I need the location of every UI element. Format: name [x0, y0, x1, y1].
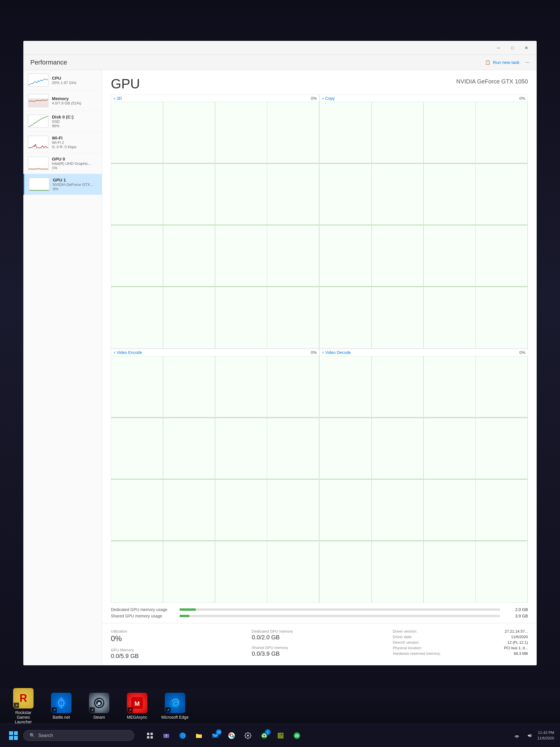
- dedicated-memory-value: 2.0 GB: [505, 607, 528, 612]
- main-content: GPU NVIDIA GeForce GTX 1050 ∨ 3D 0%: [102, 70, 537, 665]
- gpu1-info: GPU 1 NVIDIA GeForce GTX... 0%: [53, 177, 97, 191]
- close-button[interactable]: ✕: [520, 43, 533, 53]
- date: 11/6/2020: [537, 736, 554, 741]
- shared-memory-track: [180, 615, 500, 617]
- search-bar[interactable]: 🔍 Search: [23, 730, 134, 741]
- memory-name: Memory: [52, 96, 97, 101]
- dedicated-memory-label: Dedicated GPU memory usage: [111, 607, 175, 612]
- sidebar-item-gpu1[interactable]: GPU 1 NVIDIA GeForce GTX... 0%: [23, 174, 102, 195]
- windows-taskbar: 🔍 Search T: [0, 724, 560, 747]
- chart-3d-label[interactable]: ∨ 3D: [111, 95, 319, 102]
- wifi-sub2: S: 0 R: 0 Kbps: [52, 145, 97, 149]
- utilization-group: Utilization 0%: [111, 629, 246, 643]
- taskbar-icon-taskview[interactable]: [142, 728, 158, 743]
- sidebar-item-wifi[interactable]: Wi-Fi Wi-Fi 2 S: 0 R: 0 Kbps: [23, 132, 102, 153]
- wifi-sub1: Wi-Fi 2: [52, 140, 97, 145]
- maximize-button[interactable]: □: [506, 43, 519, 53]
- shared-memory-row: Shared GPU memory usage 3.9 GB: [111, 614, 528, 618]
- taskbar-icon-spotify[interactable]: [289, 728, 304, 743]
- gpu-header: GPU NVIDIA GeForce GTX 1050: [102, 70, 537, 95]
- chart-decode-label[interactable]: ∨ Video Decode: [320, 349, 528, 356]
- edge-icon: ↗: [165, 693, 185, 713]
- physical-location-row: Physical location: PCI bus 1, d...: [393, 646, 528, 650]
- taskbar-icon-settings[interactable]: [240, 728, 256, 743]
- svg-rect-37: [147, 736, 149, 739]
- cpu-info: CPU 25% 1.97 GHz: [52, 76, 97, 85]
- clock[interactable]: 11:42 PM 11/6/2020: [537, 730, 554, 741]
- disk-sub1: SSD: [52, 119, 97, 124]
- chart-encode-canvas: [111, 356, 319, 602]
- gpu0-name: GPU 0: [52, 156, 97, 161]
- taskbar-icon-edge[interactable]: [175, 728, 190, 743]
- hw-reserved-label: Hardware reserved memory:: [393, 651, 441, 656]
- gpu1-mini-graph: [29, 178, 49, 191]
- gpu-memory-value: 0.0/5.9 GB: [111, 653, 246, 660]
- svg-text:T: T: [165, 735, 167, 738]
- taskbar-icon-chrome[interactable]: [224, 728, 239, 743]
- taskbar-icon-xbox[interactable]: 2: [257, 728, 272, 743]
- svg-rect-36: [151, 733, 153, 735]
- memory-mini-graph: [28, 94, 48, 107]
- run-new-task-button[interactable]: 📋 Run new task: [485, 60, 519, 65]
- memory-info: Memory 4.0/7.9 GB (51%): [52, 96, 97, 105]
- dedicated-mem-label: Dedicated GPU memory: [252, 629, 387, 634]
- directx-value: 12 (FL 12.1): [507, 640, 528, 645]
- more-button[interactable]: ···: [525, 59, 530, 66]
- desktop-icon-edge[interactable]: ↗ Microsoft Edge: [160, 693, 190, 720]
- battlenet-icon: ↗: [51, 693, 72, 713]
- memory-section: Dedicated GPU memory usage 2.0 GB Shared…: [102, 602, 537, 623]
- sidebar-item-disk[interactable]: Disk 0 (C:) SSD 96%: [23, 111, 102, 132]
- svg-point-45: [231, 735, 233, 737]
- gpu0-sub2: 1%: [52, 166, 97, 170]
- sidebar-item-gpu0[interactable]: GPU 0 Intel(R) UHD Graphic... 1%: [23, 153, 102, 174]
- title-bar: ─ □ ✕: [23, 41, 537, 55]
- shared-mem-label: Shared GPU memory: [252, 645, 387, 650]
- desktop-icon-battlenet[interactable]: ↗ Battle.net: [47, 693, 76, 720]
- chart-3d-canvas: [111, 102, 319, 349]
- driver-date-row: Driver date: 11/6/2020: [393, 635, 528, 639]
- start-button[interactable]: [6, 728, 21, 743]
- taskbar-icon-explorer[interactable]: [191, 728, 207, 743]
- sidebar-item-memory[interactable]: Memory 4.0/7.9 GB (51%): [23, 91, 102, 111]
- sidebar-item-cpu[interactable]: CPU 25% 1.97 GHz: [23, 70, 102, 91]
- rockstar-label: Rockstar Games Launcher: [9, 710, 38, 724]
- shortcut-arrow-rockstar: ↗: [14, 703, 19, 708]
- taskbar-icon-mail[interactable]: 18: [208, 728, 223, 743]
- steam-icon: ↗: [89, 693, 109, 713]
- driver-date-label: Driver date:: [393, 635, 412, 639]
- rockstar-icon: R ↗: [13, 688, 33, 709]
- disk-mini-graph: [28, 115, 48, 128]
- shared-mem-value: 0.0/3.9 GB: [252, 650, 387, 657]
- sidebar: CPU 25% 1.97 GHz Memory 4.0/7.9 GB (51%): [23, 70, 102, 665]
- physical-location-label: Physical location:: [393, 646, 422, 650]
- desktop-icon-steam[interactable]: ↗ Steam: [85, 693, 114, 720]
- tray-icon-network[interactable]: [512, 730, 522, 741]
- chart-copy-label[interactable]: ∨ Copy: [320, 95, 528, 102]
- cpu-sub: 25% 1.97 GHz: [52, 80, 97, 85]
- shared-memory-fill: [180, 615, 189, 617]
- stats-section: Utilization 0% GPU Memory 0.0/5.9 GB Ded…: [102, 623, 537, 665]
- stats-col-2: Dedicated GPU memory 0.0/2.0 GB Shared G…: [252, 629, 387, 660]
- desktop-icon-rockstar[interactable]: R ↗ Rockstar Games Launcher: [9, 688, 38, 724]
- svg-rect-50: [281, 734, 282, 735]
- taskbar: R ↗ Rockstar Games Launcher ↗ Battle.net: [0, 689, 560, 747]
- shared-memory-value: 3.9 GB: [505, 614, 528, 618]
- windows-logo: [9, 731, 18, 740]
- taskbar-icon-minecraft[interactable]: [273, 728, 288, 743]
- gpu0-info: GPU 0 Intel(R) UHD Graphic... 1%: [52, 156, 97, 170]
- chart-encode-label[interactable]: ∨ Video Encode: [111, 349, 319, 356]
- physical-location-value: PCI bus 1, d...: [504, 646, 528, 650]
- tray-icon-volume[interactable]: [525, 730, 535, 741]
- title-bar-controls: ─ □ ✕: [492, 43, 533, 53]
- gpu1-sub1: NVIDIA GeForce GTX...: [53, 182, 97, 187]
- desktop-icon-mega[interactable]: M ↗ MEGAsync: [123, 693, 152, 720]
- driver-date-value: 11/6/2020: [511, 635, 528, 639]
- dedicated-memory-track: [180, 609, 500, 611]
- performance-header: Performance 📋 Run new task ···: [23, 55, 537, 70]
- taskbar-icon-teams[interactable]: T: [159, 728, 174, 743]
- shortcut-arrow-steam: ↗: [89, 707, 95, 713]
- driver-version-label: Driver version:: [393, 629, 417, 634]
- chart-decode-percent: 0%: [519, 350, 525, 355]
- gpu-memory-group: GPU Memory 0.0/5.9 GB: [111, 648, 246, 660]
- minimize-button[interactable]: ─: [492, 43, 505, 53]
